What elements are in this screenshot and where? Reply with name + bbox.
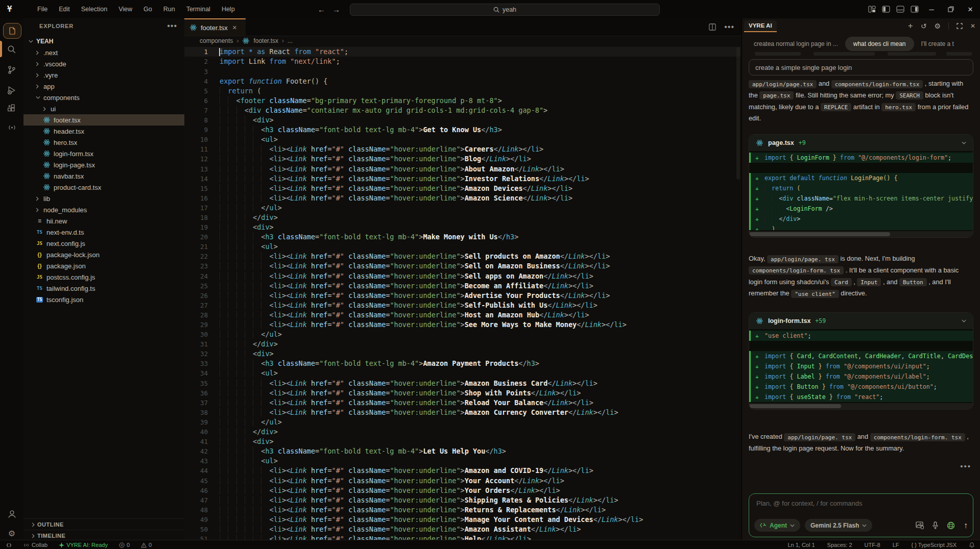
tab-vyre-ai[interactable]: VYRE AI [744, 20, 777, 32]
history-chip[interactable]: I'll create a t [921, 40, 954, 47]
code-line: <li><Link href="#" className="hover:unde… [220, 320, 643, 330]
microphone-icon[interactable] [933, 521, 938, 529]
tree-item-package-json[interactable]: {}package.json [23, 260, 184, 271]
sidebar-item-explorer[interactable] [3, 23, 21, 39]
tree-item--vyre[interactable]: .vyre [23, 69, 184, 81]
card-scrollbar[interactable] [749, 231, 973, 237]
back-icon[interactable]: ← [318, 5, 325, 14]
code-content[interactable]: import * as React from "react";import Li… [220, 47, 643, 544]
status-sparkle[interactable]: VYRE AI: Ready [59, 542, 108, 548]
chat-input-box[interactable]: Plan, @ for context, / for commands Agen… [749, 493, 973, 537]
tree-item-login-form-tsx[interactable]: login-form.tsx [23, 148, 184, 159]
send-icon[interactable]: ↑ [964, 521, 968, 530]
web-search-globe-icon[interactable] [947, 521, 955, 530]
settings-gear-icon[interactable]: ⚙ [0, 529, 23, 538]
close-window-button[interactable]: ✕ [961, 0, 980, 18]
tree-item--next[interactable]: .next [23, 47, 184, 58]
tree-item-components[interactable]: components [23, 92, 184, 103]
tree-item-navbar-tsx[interactable]: navbar.tsx [23, 170, 184, 182]
menu-view[interactable]: View [113, 6, 138, 13]
panel-settings-gear-icon[interactable]: ⚙ [934, 22, 941, 30]
card-scrollbar[interactable] [749, 403, 973, 409]
tree-item-postcss-config-js[interactable]: JSpostcss.config.js [23, 271, 184, 283]
chevron-down-icon[interactable] [962, 141, 966, 144]
eol-sequence[interactable]: LF [893, 542, 899, 548]
tree-item-hero-tsx[interactable]: hero.tsx [23, 137, 184, 148]
history-chip[interactable]: createa normal login page in ... [754, 40, 838, 47]
account-icon[interactable] [0, 509, 23, 519]
explorer-more-icon[interactable]: ••• [167, 21, 177, 31]
new-chat-icon[interactable]: + [908, 21, 913, 31]
breadcrumb[interactable]: components› footer.tsx› ... [200, 36, 293, 46]
tree-item-tailwind-config-ts[interactable]: TStailwind.config.ts [23, 283, 184, 294]
toggle-secondary-sidebar-icon[interactable] [911, 6, 919, 13]
status-remote[interactable] [6, 542, 12, 548]
menu-help[interactable]: Help [216, 6, 241, 13]
tree-item-package-lock-json[interactable]: {}package-lock.json [23, 249, 184, 260]
user-message-bubble: create a simple single page login [749, 59, 973, 76]
sidebar-item-source-control[interactable] [0, 65, 23, 74]
menu-run[interactable]: Run [158, 6, 181, 13]
cursor-position[interactable]: Ln 1, Col 1 [787, 542, 815, 548]
expand-panel-icon[interactable] [957, 23, 963, 29]
tree-item-next-config-js[interactable]: JSnext.config.js [23, 238, 184, 249]
restore-button[interactable] [941, 0, 961, 18]
attach-image-icon[interactable] [916, 521, 924, 529]
sidebar-item-remote-tunnels[interactable] [0, 123, 23, 132]
history-icon[interactable]: ↺ [921, 22, 927, 30]
sidebar-item-search[interactable] [0, 45, 23, 54]
menu-edit[interactable]: Edit [53, 6, 76, 13]
history-chip[interactable]: what does cli mean [845, 37, 914, 51]
status-errors[interactable]: 0 [119, 542, 130, 548]
menu-terminal[interactable]: Terminal [181, 6, 216, 13]
tree-item-tsconfig-json[interactable]: TStsconfig.json [23, 294, 184, 305]
indentation[interactable]: Spaces: 2 [827, 542, 852, 548]
inline-code-chip: REPLACE [821, 103, 851, 111]
tree-item-header-tsx[interactable]: header.tsx [23, 126, 184, 137]
editor-more-icon[interactable]: ••• [724, 22, 734, 32]
model-select[interactable]: Gemini 2.5 Flash [805, 519, 872, 532]
tree-item-label: next-env.d.ts [46, 229, 84, 236]
forward-icon[interactable]: → [332, 5, 340, 14]
message-more-icon[interactable]: ••• [960, 462, 971, 470]
tree-item-hii-new[interactable]: ≡hii.new [23, 215, 184, 227]
source-control-icon [7, 65, 16, 74]
tree-item-app[interactable]: app [23, 81, 184, 92]
tree-item-ui[interactable]: ui [23, 103, 184, 114]
status-broadcast[interactable]: Collab [23, 542, 47, 548]
status-warnings[interactable]: 0 [141, 542, 152, 548]
close-panel-icon[interactable]: ✕ [970, 22, 975, 30]
toggle-panel-icon[interactable] [896, 6, 904, 13]
diff-card-page-tsx[interactable]: page.tsx+9+import { LoginForm } from "@/… [749, 134, 973, 238]
tree-item-yeah[interactable]: YEAH [23, 36, 184, 47]
tree-item-footer-tsx[interactable]: footer.tsx [23, 114, 184, 126]
close-tab-icon[interactable]: ✕ [232, 24, 237, 31]
language-mode[interactable]: { } TypeScript JSX [912, 542, 957, 548]
diff-card-login-form-tsx[interactable]: login-form.tsx+59+"use client";+import {… [749, 312, 973, 410]
command-search-input[interactable]: yeah [350, 4, 660, 16]
diff-card-header[interactable]: page.tsx+9 [749, 135, 973, 151]
editor-scrollbar[interactable] [736, 47, 740, 180]
tree-item-product-card-tsx[interactable]: product-card.tsx [23, 182, 184, 193]
minimize-button[interactable]: ─ [922, 0, 941, 18]
outline-section[interactable]: OUTLINE [23, 518, 193, 530]
diff-card-header[interactable]: login-form.tsx+59 [749, 313, 973, 329]
encoding[interactable]: UTF-8 [865, 542, 880, 548]
tree-item-node-modules[interactable]: node_modules [23, 204, 184, 215]
notifications-bell-icon[interactable] [969, 542, 975, 548]
menu-selection[interactable]: Selection [76, 6, 113, 13]
chevron-down-icon[interactable] [962, 319, 966, 322]
tree-item-login-page-tsx[interactable]: login-page.tsx [23, 159, 184, 170]
customize-layout-icon[interactable] [868, 6, 876, 13]
tree-item--vscode[interactable]: .vscode [23, 58, 184, 69]
sidebar-item-extensions[interactable] [0, 104, 23, 113]
tree-item-next-env-d-ts[interactable]: TSnext-env.d.ts [23, 227, 184, 238]
sidebar-item-run-debug[interactable] [0, 86, 23, 95]
agent-mode-select[interactable]: Agent [754, 519, 800, 532]
tab-footer-tsx[interactable]: footer.tsx ✕ [184, 18, 246, 36]
tree-item-lib[interactable]: lib [23, 193, 184, 204]
split-editor-icon[interactable] [709, 23, 716, 31]
toggle-sidebar-icon[interactable] [882, 6, 890, 13]
menu-go[interactable]: Go [138, 6, 158, 13]
menu-file[interactable]: File [32, 6, 53, 13]
